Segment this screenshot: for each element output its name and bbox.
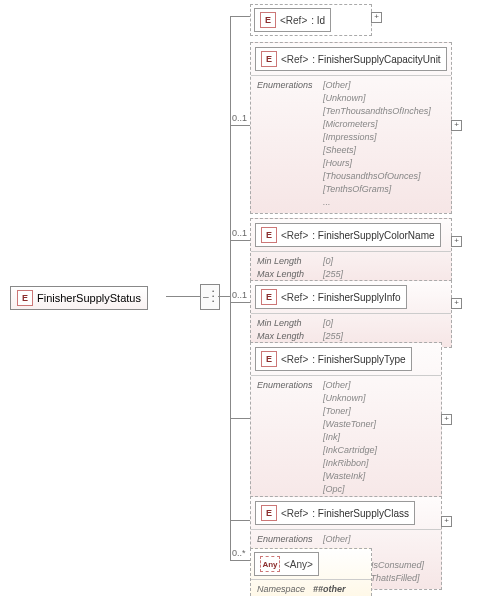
enum-item: [Other] bbox=[323, 79, 431, 92]
cardinality: 0..1 bbox=[232, 290, 247, 300]
connector-child-0 bbox=[230, 16, 250, 17]
connector-child-2 bbox=[230, 240, 250, 241]
expand-icon[interactable]: + bbox=[451, 120, 462, 131]
connector-backbone bbox=[230, 16, 231, 560]
root-element: E FinisherSupplyStatus bbox=[10, 286, 148, 310]
enum-item: [Unknown] bbox=[323, 392, 377, 405]
ref-tag: <Ref> bbox=[280, 15, 307, 26]
child-id-header: E <Ref> : Id bbox=[254, 8, 331, 32]
connector-seq-stub bbox=[218, 296, 230, 297]
cardinality: 0..1 bbox=[232, 113, 247, 123]
type-name: : Id bbox=[311, 15, 325, 26]
child-header: E <Ref> : FinisherSupplyColorName bbox=[255, 223, 441, 247]
type-name: : FinisherSupplyCapacityUnit bbox=[312, 54, 440, 65]
minlen-value: [0] bbox=[323, 317, 333, 330]
type-name: : FinisherSupplyClass bbox=[312, 508, 409, 519]
element-icon: E bbox=[261, 289, 277, 305]
element-icon: E bbox=[261, 51, 277, 67]
type-name: : FinisherSupplyInfo bbox=[312, 292, 400, 303]
expand-icon[interactable]: + bbox=[451, 236, 462, 247]
enum-item: [Micrometers] bbox=[323, 118, 431, 131]
enum-item: [InkRibbon] bbox=[323, 457, 377, 470]
child-colorname: E <Ref> : FinisherSupplyColorName Min Le… bbox=[250, 218, 452, 286]
element-icon: E bbox=[260, 12, 276, 28]
ref-tag: <Ref> bbox=[281, 292, 308, 303]
enum-label: Enumerations bbox=[257, 79, 315, 209]
enum-item: [Other] bbox=[323, 533, 424, 546]
child-body: Enumerations [Other] [Unknown] [Toner] [… bbox=[251, 377, 441, 513]
expand-icon[interactable]: + bbox=[441, 516, 452, 527]
child-body: Enumerations [Other] [Unknown] [TenThous… bbox=[251, 77, 451, 213]
child-header: Any <Any> bbox=[254, 552, 319, 576]
connector-child-3 bbox=[230, 302, 250, 303]
any-tag: <Any> bbox=[284, 559, 313, 570]
enum-item: [Other] bbox=[323, 379, 377, 392]
type-name: : FinisherSupplyType bbox=[312, 354, 405, 365]
sequence-icon bbox=[205, 289, 215, 305]
type-name: : FinisherSupplyColorName bbox=[312, 230, 434, 241]
any-icon: Any bbox=[260, 556, 280, 572]
child-header: E <Ref> : FinisherSupplyInfo bbox=[255, 285, 407, 309]
element-icon: E bbox=[17, 290, 33, 306]
ref-tag: <Ref> bbox=[281, 354, 308, 365]
enum-item: [WasteToner] bbox=[323, 418, 377, 431]
enum-item: [WasteInk] bbox=[323, 470, 377, 483]
ns-value: ##other bbox=[313, 583, 346, 596]
child-capacityunit: E <Ref> : FinisherSupplyCapacityUnit Enu… bbox=[250, 42, 452, 214]
ref-tag: <Ref> bbox=[281, 508, 308, 519]
cardinality: 0..1 bbox=[232, 228, 247, 238]
child-id: E <Ref> : Id bbox=[250, 4, 372, 36]
element-icon: E bbox=[261, 505, 277, 521]
child-header: E <Ref> : FinisherSupplyClass bbox=[255, 501, 415, 525]
minlen-value: [0] bbox=[323, 255, 333, 268]
child-header: E <Ref> : FinisherSupplyCapacityUnit bbox=[255, 47, 447, 71]
enum-item: [Toner] bbox=[323, 405, 377, 418]
enum-item: [Impressions] bbox=[323, 131, 431, 144]
enum-item: [Opc] bbox=[323, 483, 377, 496]
child-any: Any <Any> Namespace##other bbox=[250, 548, 372, 596]
expand-icon[interactable]: + bbox=[441, 414, 452, 425]
enum-list: [Other] [Unknown] [Toner] [WasteToner] [… bbox=[323, 379, 377, 509]
enum-item: [ThousandthsOfOunces] bbox=[323, 170, 431, 183]
cardinality: 0..* bbox=[232, 548, 246, 558]
expand-icon[interactable]: + bbox=[371, 12, 382, 23]
ns-label: Namespace bbox=[257, 583, 305, 596]
ref-tag: <Ref> bbox=[281, 54, 308, 65]
child-header: E <Ref> : FinisherSupplyType bbox=[255, 347, 412, 371]
minlen-label: Min Length bbox=[257, 255, 315, 268]
enum-item: [Ink] bbox=[323, 431, 377, 444]
enum-item: [InkCartridge] bbox=[323, 444, 377, 457]
element-icon: E bbox=[261, 351, 277, 367]
sequence-compositor bbox=[200, 284, 220, 310]
enum-item: [TenThousandthsOfInches] bbox=[323, 105, 431, 118]
enum-item: [Hours] bbox=[323, 157, 431, 170]
enum-label: Enumerations bbox=[257, 379, 315, 509]
ref-tag: <Ref> bbox=[281, 230, 308, 241]
enum-item: ... bbox=[323, 196, 431, 209]
child-body: Namespace##other bbox=[251, 581, 371, 596]
enum-list: [Other] [Unknown] [TenThousandthsOfInche… bbox=[323, 79, 431, 209]
enum-item: [Unknown] bbox=[323, 92, 431, 105]
child-info: E <Ref> : FinisherSupplyInfo Min Length[… bbox=[250, 280, 452, 348]
element-icon: E bbox=[261, 227, 277, 243]
child-type: E <Ref> : FinisherSupplyType Enumeration… bbox=[250, 342, 442, 514]
enum-item: [TenthsOfGrams] bbox=[323, 183, 431, 196]
root-label: FinisherSupplyStatus bbox=[37, 292, 141, 304]
connector-child-1 bbox=[230, 125, 250, 126]
connector-child-6 bbox=[230, 560, 250, 561]
connector-root-seq bbox=[166, 296, 200, 297]
connector-child-5 bbox=[230, 520, 250, 521]
connector-child-4 bbox=[230, 418, 250, 419]
minlen-label: Min Length bbox=[257, 317, 315, 330]
expand-icon[interactable]: + bbox=[451, 298, 462, 309]
enum-item: [Sheets] bbox=[323, 144, 431, 157]
